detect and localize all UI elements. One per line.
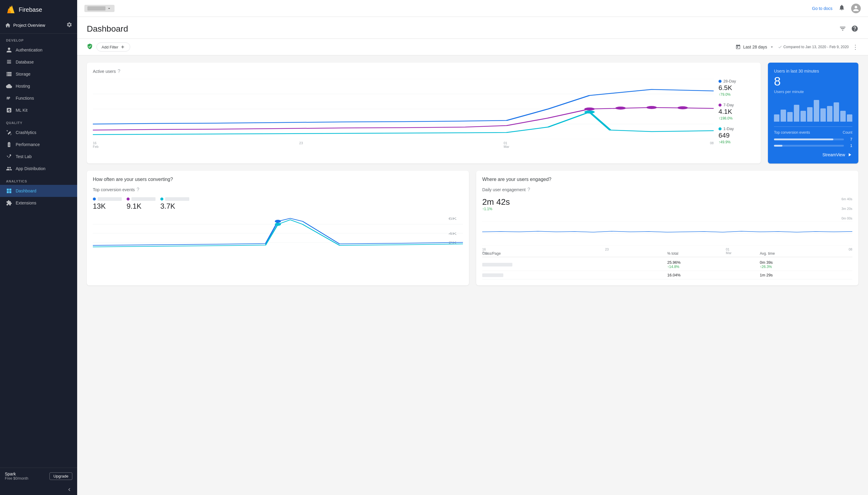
realtime-title: Users in last 30 minutes	[774, 69, 852, 73]
chart-area: 8K 6K 4K 2K 0	[93, 79, 755, 144]
settings-icon[interactable]	[66, 22, 72, 29]
legend-label-7day: 7-Day	[723, 103, 734, 107]
engagement-help-icon[interactable]: ?	[527, 187, 530, 192]
legend-value-1day: 649	[719, 132, 755, 139]
svg-point-10	[584, 107, 595, 110]
legend-dot-7day	[719, 104, 722, 107]
cell-pct-2: 16.04%	[667, 273, 760, 277]
engagement-card-title: Daily user engagement ?	[482, 187, 852, 192]
active-users-help-icon[interactable]: ?	[117, 69, 120, 74]
add-filter-button[interactable]: Add Filter	[96, 42, 130, 51]
sidebar-item-crashlytics-label: Crashlytics	[16, 130, 36, 135]
bar-3	[787, 112, 793, 122]
streamview-button[interactable]: StreamView	[774, 152, 852, 157]
firebase-flame-icon	[6, 5, 16, 15]
legend-label-28day: 28-Day	[723, 79, 736, 83]
go-to-docs-link[interactable]: Go to docs	[812, 6, 832, 11]
testlab-icon	[6, 154, 12, 159]
cell-avg-value-1: 0m 39s	[760, 260, 852, 264]
date-range-selector[interactable]: Last 28 days	[735, 44, 774, 50]
active-users-chart: 8K 6K 4K 2K 0	[93, 79, 714, 139]
analytics-section-label: Analytics	[0, 175, 77, 185]
sidebar-item-storage[interactable]: Storage	[0, 68, 77, 80]
bar-7	[814, 100, 819, 122]
cell-avg-1: 0m 39s ↑26.3%	[760, 260, 852, 269]
conversion-bar-bg-2	[774, 145, 844, 147]
realtime-card: Users in last 30 minutes 8 Users per min…	[768, 63, 858, 164]
sidebar-item-extensions[interactable]: Extensions	[0, 197, 77, 209]
table-row: 25.96% ↑14.8% 0m 39s ↑26.3%	[482, 258, 852, 271]
help-circle-icon[interactable]	[851, 25, 858, 33]
date-dropdown-icon	[769, 45, 774, 49]
cell-bar-1	[482, 263, 512, 267]
filter-left: Add Filter	[87, 42, 130, 51]
legend-value-28day: 6.5K	[719, 84, 755, 92]
realtime-conversion-title-text: Top conversion events	[774, 130, 810, 135]
cell-avg-2: 1m 29s	[760, 273, 852, 277]
line-chart-container: 8K 6K 4K 2K 0	[93, 79, 714, 139]
metric-value-2: 9.1K	[127, 202, 155, 210]
active-users-title: Active users ?	[93, 69, 755, 74]
sidebar-item-mlkit[interactable]: ML Kit	[0, 104, 77, 116]
appdist-icon	[6, 166, 12, 172]
sidebar-project-overview[interactable]: Project Overview	[0, 19, 77, 34]
engagement-question: Where are your users engaged?	[482, 177, 852, 182]
bar-4	[794, 105, 799, 122]
metric-dot-1	[93, 198, 96, 201]
conversion-card-title-text: Top conversion events	[93, 187, 135, 192]
project-overview-label: Project Overview	[13, 23, 45, 28]
bar-9	[827, 106, 832, 122]
spark-price-label: Free $0/month	[5, 476, 28, 480]
sidebar-item-hosting[interactable]: Hosting	[0, 80, 77, 92]
app-selector[interactable]	[84, 5, 115, 12]
svg-point-13	[677, 106, 688, 109]
sidebar-item-crashlytics[interactable]: Crashlytics	[0, 126, 77, 138]
legend-change-28day: ↑79.0%	[719, 92, 755, 97]
legend-change-1day: ↑49.9%	[719, 140, 755, 144]
topbar-left	[84, 5, 115, 12]
sidebar-item-testlab[interactable]: Test Lab	[0, 151, 77, 163]
sidebar-item-authentication-label: Authentication	[16, 48, 43, 52]
top-row: Active users ?	[87, 63, 858, 164]
conversion-bar-fill-2	[774, 145, 782, 147]
engagement-x-labels: 16Feb 23 01Mar 08	[482, 246, 852, 255]
conversion-help-icon[interactable]: ?	[136, 187, 139, 192]
table-row: 16.04% 1m 29s	[482, 271, 852, 279]
sidebar-item-functions[interactable]: Functions	[0, 92, 77, 104]
bar-12	[847, 115, 852, 122]
filter-bar: Add Filter Last 28 days Compared to Jan …	[77, 39, 868, 55]
topbar-right: Go to docs	[812, 4, 861, 13]
realtime-conversion-title: Top conversion events Count	[774, 130, 852, 135]
page-title: Dashboard	[87, 24, 128, 34]
sidebar-collapse-button[interactable]	[0, 484, 77, 495]
conversion-row-2: 1	[774, 143, 852, 148]
notifications-icon[interactable]	[838, 4, 845, 12]
sidebar-item-authentication[interactable]: Authentication	[0, 44, 77, 56]
svg-text:6K: 6K	[448, 217, 457, 220]
upgrade-button[interactable]: Upgrade	[49, 473, 72, 480]
filter-icon[interactable]	[839, 25, 846, 33]
avatar[interactable]	[851, 4, 861, 13]
database-icon	[6, 59, 12, 65]
sidebar-item-appdistribution-label: App Distribution	[16, 166, 46, 171]
bar-2	[781, 109, 786, 122]
sidebar-item-database[interactable]: Database	[0, 56, 77, 68]
bar-10	[834, 102, 839, 122]
svg-text:4K: 4K	[448, 232, 457, 236]
cell-pct-change-1: ↑14.8%	[667, 264, 760, 269]
sidebar-item-appdistribution[interactable]: App Distribution	[0, 163, 77, 175]
sidebar-item-dashboard[interactable]: Dashboard	[0, 185, 77, 197]
bar-11	[840, 111, 846, 122]
sidebar: Firebase Project Overview Develop Authen…	[0, 0, 77, 495]
storage-icon	[6, 71, 12, 77]
more-menu-icon[interactable]: ⋮	[852, 44, 858, 51]
extensions-icon	[6, 200, 12, 206]
sidebar-item-testlab-label: Test Lab	[16, 154, 32, 159]
conversion-question: How often are your users converting?	[93, 177, 463, 182]
metric-dot-3	[160, 198, 163, 201]
sidebar-item-performance[interactable]: Performance	[0, 138, 77, 151]
sidebar-item-mlkit-label: ML Kit	[16, 108, 28, 113]
filter-right: Last 28 days Compared to Jan 13, 2020 - …	[735, 44, 858, 51]
eng-x-label-23: 23	[605, 248, 608, 255]
streamview-arrow-icon	[847, 152, 852, 157]
